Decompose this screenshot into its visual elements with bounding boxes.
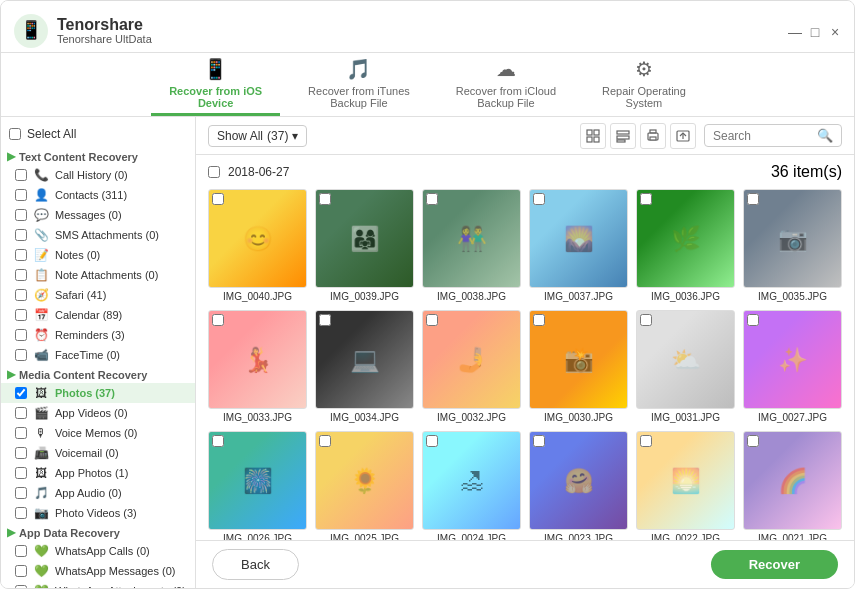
svg-rect-2 bbox=[587, 130, 592, 135]
photo-item[interactable]: 🌿IMG_0036.JPG bbox=[636, 189, 735, 302]
tab-repair[interactable]: ⚙ Repair Operating System bbox=[584, 53, 704, 116]
photo-item[interactable]: 🌅IMG_0022.JPG bbox=[636, 431, 735, 540]
tab-ios-device[interactable]: 📱 Recover from iOS Device bbox=[151, 53, 280, 116]
list-view-icon bbox=[616, 129, 630, 143]
photo-thumbnail: 👨‍👩‍👧 bbox=[315, 189, 414, 288]
photo-item[interactable]: 🌻IMG_0025.JPG bbox=[315, 431, 414, 540]
photo-item[interactable]: 🌄IMG_0037.JPG bbox=[529, 189, 628, 302]
photo-videos-icon: 📷 bbox=[33, 505, 49, 521]
sidebar-item-facetime[interactable]: 📹FaceTime (0) bbox=[1, 345, 195, 365]
call-icon: 📞 bbox=[33, 167, 49, 183]
photo-item[interactable]: 📷IMG_0035.JPG bbox=[743, 189, 842, 302]
sidebar-item-safari[interactable]: 🧭Safari (41) bbox=[1, 285, 195, 305]
photo-item[interactable]: 📸IMG_0030.JPG bbox=[529, 310, 628, 423]
photo-item[interactable]: 💻IMG_0034.JPG bbox=[315, 310, 414, 423]
sidebar-item-photos[interactable]: 🖼Photos (37) bbox=[1, 383, 195, 403]
photo-grid-area: 2018-06-27 36 item(s) 😊IMG_0040.JPG👨‍👩‍👧… bbox=[196, 155, 854, 540]
bottom-bar: Back Recover bbox=[196, 540, 854, 588]
photo-item[interactable]: 🤳IMG_0032.JPG bbox=[422, 310, 521, 423]
photo-checkbox[interactable] bbox=[640, 193, 652, 205]
photo-checkbox[interactable] bbox=[747, 193, 759, 205]
photo-checkbox[interactable] bbox=[212, 193, 224, 205]
minimize-button[interactable]: — bbox=[788, 24, 802, 38]
content-area: Show All (37) ▾ bbox=[196, 117, 854, 588]
select-all-checkbox[interactable] bbox=[9, 128, 21, 140]
print-button[interactable] bbox=[640, 123, 666, 149]
photo-checkbox[interactable] bbox=[747, 314, 759, 326]
sidebar-item-call-history[interactable]: 📞Call History (0) bbox=[1, 165, 195, 185]
photo-item[interactable]: 👨‍👩‍👧IMG_0039.JPG bbox=[315, 189, 414, 302]
photo-checkbox[interactable] bbox=[426, 314, 438, 326]
photo-item[interactable]: 👫IMG_0038.JPG bbox=[422, 189, 521, 302]
photo-thumbnail: 📷 bbox=[743, 189, 842, 288]
photo-checkbox[interactable] bbox=[747, 435, 759, 447]
svg-text:📱: 📱 bbox=[20, 19, 43, 41]
main-area: Select All ▶ Text Content Recovery 📞Call… bbox=[1, 117, 854, 588]
sidebar-item-messages[interactable]: 💬Messages (0) bbox=[1, 205, 195, 225]
photo-label: IMG_0024.JPG bbox=[437, 533, 506, 540]
photo-thumbnail: ✨ bbox=[743, 310, 842, 409]
sidebar-item-whatsapp-messages[interactable]: 💚WhatsApp Messages (0) bbox=[1, 561, 195, 581]
photo-item[interactable]: ⛅IMG_0031.JPG bbox=[636, 310, 735, 423]
sidebar-item-whatsapp-attachments[interactable]: 💚WhatsApp Attachments (0) bbox=[1, 581, 195, 588]
photo-label: IMG_0025.JPG bbox=[330, 533, 399, 540]
thumbnail-view-button[interactable] bbox=[580, 123, 606, 149]
photo-label: IMG_0039.JPG bbox=[330, 291, 399, 302]
photo-checkbox[interactable] bbox=[212, 314, 224, 326]
show-all-button[interactable]: Show All (37) ▾ bbox=[208, 125, 307, 147]
photo-label: IMG_0038.JPG bbox=[437, 291, 506, 302]
photo-checkbox[interactable] bbox=[319, 193, 331, 205]
photo-item[interactable]: 🤗IMG_0023.JPG bbox=[529, 431, 628, 540]
photo-checkbox[interactable] bbox=[640, 314, 652, 326]
photo-item[interactable]: 💃IMG_0033.JPG bbox=[208, 310, 307, 423]
sidebar-item-sms-attachments[interactable]: 📎SMS Attachments (0) bbox=[1, 225, 195, 245]
close-button[interactable]: × bbox=[828, 24, 842, 38]
tab-itunes[interactable]: 🎵 Recover from iTunes Backup File bbox=[290, 53, 428, 116]
photo-checkbox[interactable] bbox=[640, 435, 652, 447]
sidebar-item-voice-memos[interactable]: 🎙Voice Memos (0) bbox=[1, 423, 195, 443]
date-select-checkbox[interactable] bbox=[208, 166, 220, 178]
content-toolbar: Show All (37) ▾ bbox=[196, 117, 854, 155]
photo-item[interactable]: 😊IMG_0040.JPG bbox=[208, 189, 307, 302]
photo-checkbox[interactable] bbox=[319, 314, 331, 326]
tab-icloud[interactable]: ☁ Recover from iCloud Backup File bbox=[438, 53, 574, 116]
export-icon bbox=[676, 129, 690, 143]
photo-item[interactable]: 🎆IMG_0026.JPG bbox=[208, 431, 307, 540]
maximize-button[interactable]: □ bbox=[808, 24, 822, 38]
photo-item[interactable]: 🏖IMG_0024.JPG bbox=[422, 431, 521, 540]
sidebar: Select All ▶ Text Content Recovery 📞Call… bbox=[1, 117, 196, 588]
svg-rect-11 bbox=[650, 137, 656, 140]
photo-checkbox[interactable] bbox=[212, 435, 224, 447]
repair-icon: ⚙ bbox=[635, 57, 653, 81]
sidebar-item-contacts[interactable]: 👤Contacts (311) bbox=[1, 185, 195, 205]
select-all-row[interactable]: Select All bbox=[1, 123, 195, 147]
photo-checkbox[interactable] bbox=[319, 435, 331, 447]
recover-button[interactable]: Recover bbox=[711, 550, 838, 579]
nav-tabs: 📱 Recover from iOS Device 🎵 Recover from… bbox=[1, 53, 854, 117]
sidebar-item-app-videos[interactable]: 🎬App Videos (0) bbox=[1, 403, 195, 423]
sidebar-item-reminders[interactable]: ⏰Reminders (3) bbox=[1, 325, 195, 345]
photo-checkbox[interactable] bbox=[533, 193, 545, 205]
search-input[interactable] bbox=[713, 129, 813, 143]
show-all-count: (37) bbox=[267, 129, 288, 143]
photo-label: IMG_0040.JPG bbox=[223, 291, 292, 302]
list-view-button[interactable] bbox=[610, 123, 636, 149]
photo-item[interactable]: ✨IMG_0027.JPG bbox=[743, 310, 842, 423]
sidebar-item-app-audio[interactable]: 🎵App Audio (0) bbox=[1, 483, 195, 503]
sidebar-item-photo-videos[interactable]: 📷Photo Videos (3) bbox=[1, 503, 195, 523]
sidebar-item-app-photos[interactable]: 🖼App Photos (1) bbox=[1, 463, 195, 483]
sidebar-item-whatsapp-calls[interactable]: 💚WhatsApp Calls (0) bbox=[1, 541, 195, 561]
sidebar-item-note-attachments[interactable]: 📋Note Attachments (0) bbox=[1, 265, 195, 285]
export-button[interactable] bbox=[670, 123, 696, 149]
sidebar-item-notes[interactable]: 📝Notes (0) bbox=[1, 245, 195, 265]
whatsapp-msg-icon: 💚 bbox=[33, 563, 49, 579]
sidebar-item-voicemail[interactable]: 📠Voicemail (0) bbox=[1, 443, 195, 463]
sidebar-item-calendar[interactable]: 📅Calendar (89) bbox=[1, 305, 195, 325]
tab-repair-label: Repair Operating System bbox=[602, 85, 686, 109]
photo-item[interactable]: 🌈IMG_0021.JPG bbox=[743, 431, 842, 540]
photo-checkbox[interactable] bbox=[426, 435, 438, 447]
back-button[interactable]: Back bbox=[212, 549, 299, 580]
photo-checkbox[interactable] bbox=[533, 435, 545, 447]
photo-checkbox[interactable] bbox=[533, 314, 545, 326]
photo-checkbox[interactable] bbox=[426, 193, 438, 205]
